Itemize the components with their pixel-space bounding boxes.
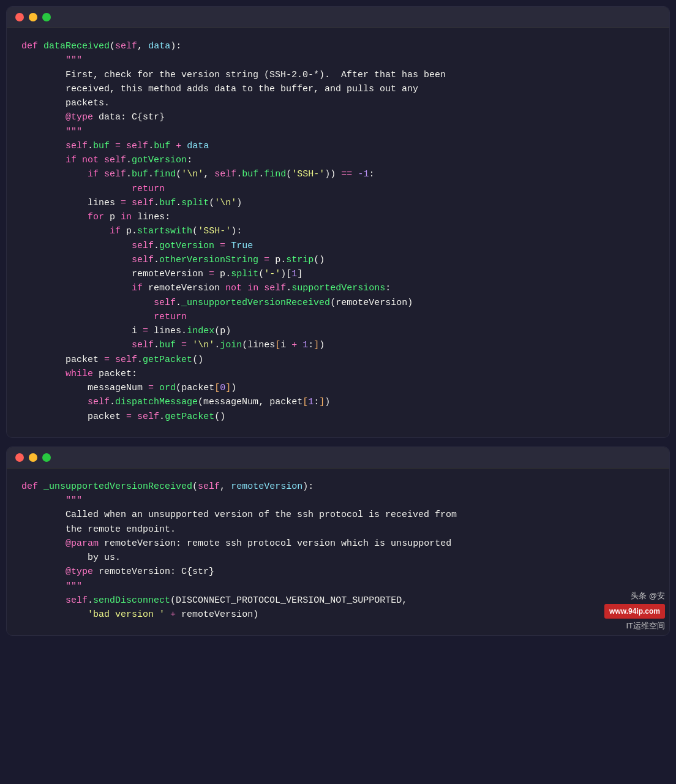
dot-green-1[interactable] [42, 13, 51, 21]
code-window-1: def dataReceived(self, data): """ First,… [6, 6, 670, 438]
watermark-right: IT运维空间 [626, 620, 665, 632]
code-block-1: def dataReceived(self, data): """ First,… [7, 28, 669, 437]
window-2-container: def _unsupportedVersionReceived(self, re… [6, 447, 670, 636]
watermark-left: 头条 @安 [631, 590, 665, 602]
title-bar-1 [7, 7, 669, 28]
watermark-overlay: 头条 @安 www.94ip.com IT运维空间 [599, 586, 670, 636]
dot-green-2[interactable] [42, 453, 51, 462]
code-block-2: def _unsupportedVersionReceived(self, re… [7, 469, 669, 636]
title-bar-2 [7, 447, 669, 469]
dot-yellow-1[interactable] [29, 13, 37, 21]
watermark-badge: www.94ip.com [604, 604, 665, 619]
dot-yellow-2[interactable] [29, 453, 37, 462]
dot-red-1[interactable] [15, 13, 24, 21]
dot-red-2[interactable] [15, 453, 24, 462]
code-window-2: def _unsupportedVersionReceived(self, re… [6, 447, 670, 636]
